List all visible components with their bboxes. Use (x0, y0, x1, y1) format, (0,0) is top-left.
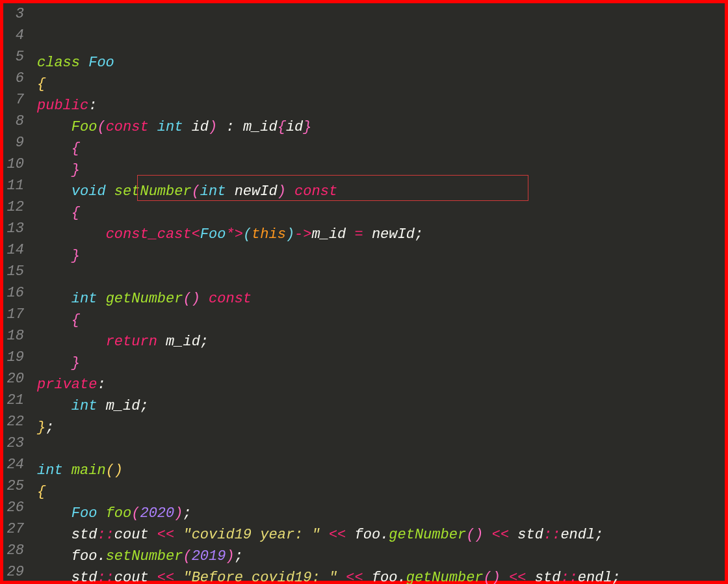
token-punct (63, 462, 72, 479)
line-number: 29 (3, 561, 27, 583)
token-punct (526, 570, 535, 584)
token-op: :: (97, 527, 114, 543)
token-brace-p: { (278, 119, 286, 135)
code-line[interactable]: int main() (32, 460, 725, 481)
code-line[interactable] (32, 438, 725, 460)
code-line[interactable]: void setNumber(int newId) const (32, 181, 725, 202)
token-punct: ; (140, 398, 148, 414)
token-brace-p: () (484, 570, 500, 584)
token-punct (346, 527, 354, 543)
token-kw-const: const (294, 183, 337, 200)
line-number: 20 (3, 368, 27, 390)
token-fn: setNumber (114, 183, 192, 200)
code-line[interactable] (32, 267, 725, 288)
token-brace-p: () (466, 527, 483, 543)
code-line[interactable]: } (32, 245, 725, 267)
token-brace-p: } (72, 162, 80, 178)
token-punct (37, 226, 106, 243)
line-number: 25 (3, 475, 27, 497)
token-classname: Foo (200, 226, 226, 243)
code-line[interactable]: private: (32, 374, 725, 395)
code-line[interactable]: foo.setNumber(2019); (32, 546, 725, 567)
token-fn: Foo (72, 119, 98, 135)
code-line[interactable]: int m_id; (32, 395, 725, 417)
line-number: 24 (3, 454, 27, 475)
token-ident: std (517, 527, 543, 543)
token-brace-p: ) (278, 183, 286, 200)
token-punct (286, 183, 294, 200)
code-line[interactable]: { (32, 138, 725, 159)
token-op: << (346, 570, 363, 584)
token-punct (226, 183, 234, 200)
token-punct (509, 527, 517, 543)
token-ident: foo (372, 570, 398, 584)
token-punct (174, 527, 183, 543)
token-str: "Before covid19: " (183, 570, 337, 584)
token-op: << (157, 527, 174, 543)
token-op: << (509, 570, 526, 584)
code-editor[interactable]: 3456789101112131415161718192021222324252… (3, 3, 725, 581)
token-punct (37, 162, 72, 178)
code-line[interactable]: { (32, 310, 725, 331)
code-line[interactable]: int getNumber() const (32, 288, 725, 310)
line-number: 17 (3, 304, 27, 325)
code-line[interactable]: std::cout << "Before covid19: " << foo.g… (32, 567, 725, 584)
code-line[interactable]: Foo(const int id) : m_id{id} (32, 116, 725, 138)
code-line[interactable]: const_cast<Foo*>(this)->m_id = newId; (32, 224, 725, 245)
line-number: 12 (3, 196, 27, 218)
token-kw-cast: const_cast (106, 226, 192, 243)
token-fn: getNumber (106, 291, 183, 307)
code-line[interactable]: }; (32, 417, 725, 438)
code-line[interactable]: { (32, 73, 725, 95)
token-punct: ; (595, 527, 603, 543)
token-fn: foo (106, 505, 132, 522)
token-classname: Foo (72, 505, 98, 522)
line-number: 15 (3, 261, 27, 282)
token-punct (37, 570, 72, 584)
token-num: 2019 (192, 548, 226, 564)
token-punct (80, 55, 88, 71)
code-line[interactable]: class Foo (32, 52, 725, 73)
token-punct (37, 183, 72, 200)
token-ident: m_id (106, 398, 140, 414)
token-ident: endl (560, 527, 595, 543)
code-line[interactable]: } (32, 159, 725, 181)
token-ident: foo (355, 527, 381, 543)
code-line[interactable]: } (32, 352, 725, 374)
token-op: :: (97, 570, 114, 584)
token-punct (183, 119, 191, 135)
code-line[interactable]: { (32, 202, 725, 224)
line-number: 4 (3, 25, 27, 46)
token-punct (484, 527, 492, 543)
code-line[interactable]: public: (32, 95, 725, 116)
token-punct: : (88, 98, 97, 114)
code-line[interactable]: Foo foo(2020); (32, 503, 725, 524)
editor-frame: 3456789101112131415161718192021222324252… (0, 0, 728, 584)
code-area[interactable]: class Foo{public: Foo(const int id) : m_… (32, 3, 725, 581)
line-number: 13 (3, 218, 27, 239)
token-punct (37, 398, 72, 414)
code-line[interactable]: return m_id; (32, 331, 725, 352)
code-line[interactable]: { (32, 481, 725, 503)
token-num: 2020 (140, 505, 174, 522)
token-kw-type: void (72, 183, 106, 200)
token-punct (500, 570, 509, 584)
token-fn: setNumber (106, 548, 183, 564)
line-number: 9 (3, 132, 27, 153)
token-punct (363, 570, 372, 584)
token-punct (97, 291, 105, 307)
token-brace-b: ( (243, 226, 252, 243)
token-punct (37, 248, 72, 264)
token-ident: m_id (166, 334, 200, 350)
line-number: 8 (3, 111, 27, 132)
token-punct: ; (612, 570, 621, 584)
token-kw-const: const (106, 119, 149, 135)
token-brace-p: } (303, 119, 311, 135)
code-line[interactable]: std::cout << "covid19 year: " << foo.get… (32, 524, 725, 546)
line-number: 23 (3, 432, 27, 454)
token-punct (97, 505, 105, 522)
token-kw-type: int (72, 398, 98, 414)
token-classname: Foo (88, 55, 114, 71)
token-ident: m_id (312, 226, 355, 243)
token-kw-this: this (252, 226, 286, 243)
